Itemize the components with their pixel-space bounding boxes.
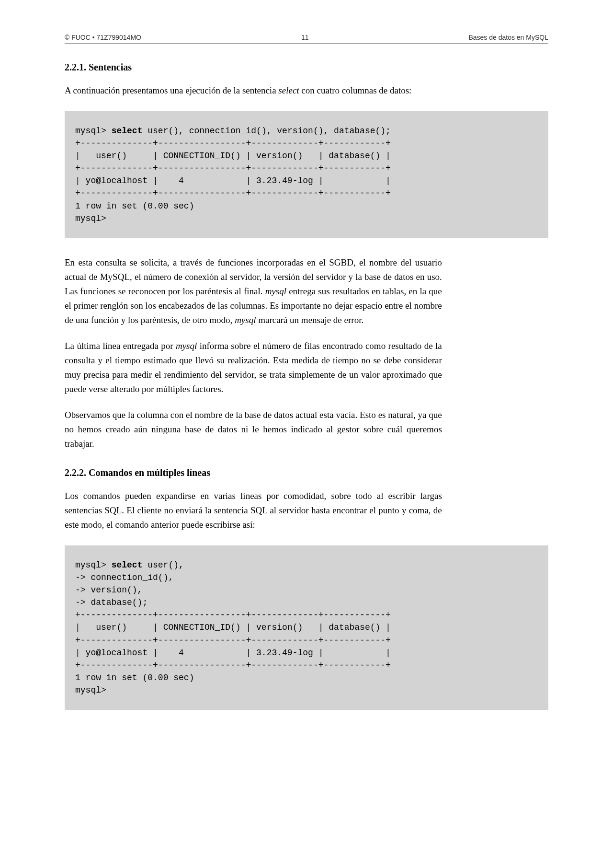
intro-paragraph-1: A continuación presentamos una ejecución… — [65, 83, 442, 98]
code-block-1: mysql> select user(), connection_id(), v… — [65, 111, 548, 238]
section-number: 2.2.2. — [65, 467, 86, 478]
body-paragraph-1: En esta consulta se solicita, a través d… — [65, 255, 442, 327]
body-paragraph-2: La última línea entregada por mysql info… — [65, 339, 442, 396]
section-title: Sentencias — [89, 62, 132, 72]
section-number: 2.2.1. — [65, 62, 86, 72]
intro-paragraph-2: Los comandos pueden expandirse en varias… — [65, 489, 442, 532]
section-heading-2: 2.2.2. Comandos en múltiples líneas — [65, 467, 548, 478]
header-left: © FUOC • 71Z799014MO — [65, 34, 141, 41]
section-title: Comandos en múltiples líneas — [89, 467, 210, 478]
page-header: © FUOC • 71Z799014MO 11 Bases de datos e… — [65, 34, 548, 44]
section-heading-1: 2.2.1. Sentencias — [65, 62, 548, 73]
page-number: 11 — [301, 34, 309, 41]
header-right: Bases de datos en MySQL — [468, 34, 548, 41]
code-block-2: mysql> select user(), -> connection_id()… — [65, 545, 548, 710]
body-paragraph-3: Observamos que la columna con el nombre … — [65, 408, 442, 451]
